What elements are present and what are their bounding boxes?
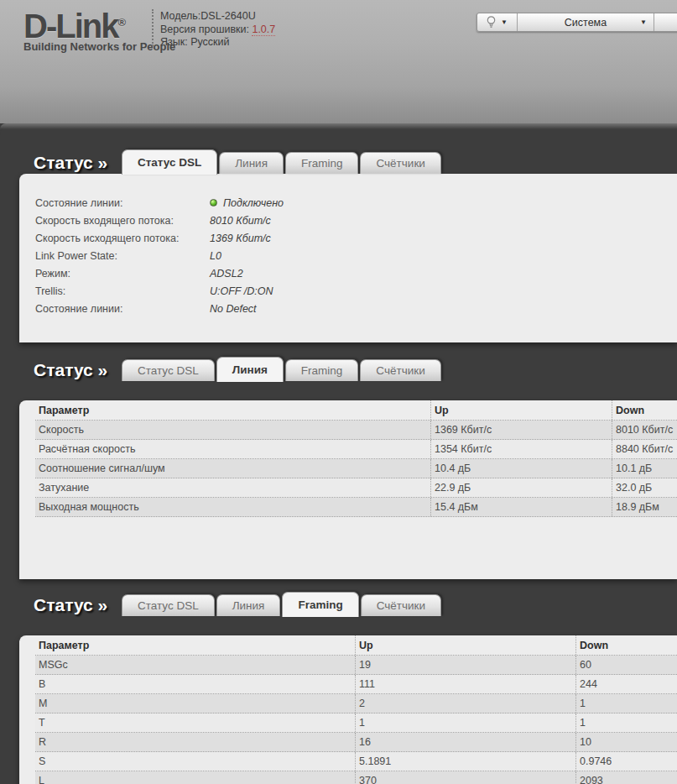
chevron-down-icon: ▼ [640,19,647,26]
tab-status-dsl[interactable]: Статус DSL [122,594,215,616]
language-value: Русский [190,36,229,48]
firmware-version-link[interactable]: 1.0.7 [252,24,275,36]
status-label: Скорость исходящего потока: [35,233,210,244]
tab-counters[interactable]: Счётчики [360,359,440,381]
content-area: Статус » Статус DSLЛинияFramingСчётчики … [0,123,677,784]
table-cell: Выходная мощность [35,498,430,516]
system-menu-label: Система [565,17,607,29]
table-cell: 1 [575,694,677,713]
tab-bar: Статус DSLЛинияFramingСчётчики [122,149,443,174]
table-cell: 8840 Кбит/с [612,440,677,458]
lightbulb-icon [487,16,496,29]
table-cell: R [35,733,355,751]
status-label: Скорость входящего потока: [35,215,210,227]
status-row: Скорость входящего потока:8010 Кбит/с [35,212,677,229]
status-label: Состояние линии: [35,303,210,315]
table-header-row: ПараметрUpDown [35,400,677,421]
tab-status-dsl[interactable]: Статус DSL [122,149,217,175]
table-cell: 15.4 дБм [430,498,612,516]
table-header-row: ПараметрUpDown [35,635,677,656]
status-value: 1369 Кбит/с [210,233,271,244]
hint-dropdown-button[interactable]: ▼ [477,13,517,31]
device-model: Модель:DSL-2640U [160,10,275,24]
registered-mark: ® [117,16,126,29]
status-label: Trellis: [35,285,210,297]
status-row: Состояние линии:No Defect [35,300,677,317]
table-row: Затухание22.9 дБ32.0 дБ [35,478,677,498]
table-cell: T [35,713,355,732]
status-dsl-panel: Состояние линии:ПодключеноСкорость входя… [19,174,677,342]
column-header: Up [355,635,575,655]
language-label: Язык: [160,36,190,48]
status-value: No Defect [210,303,257,315]
table-row: L3702093 [35,771,677,784]
status-value: 8010 Кбит/с [210,215,271,227]
table-cell: 8010 Кбит/с [612,421,677,439]
framing-table: ПараметрUpDownMSGc1960B111244M21T11R1610… [35,635,677,784]
table-row: R1610 [35,733,677,752]
tab-bar: Статус DSLЛинияFramingСчётчики [122,357,443,381]
tab-counters[interactable]: Счётчики [360,152,440,174]
table-cell: 370 [355,771,575,784]
table-cell: 22.9 дБ [430,478,612,497]
table-cell: Скорость [35,421,430,439]
tab-line[interactable]: Линия [216,357,284,382]
tab-line[interactable]: Линия [216,594,281,616]
status-row: Состояние линии:Подключено [35,194,677,212]
table-cell: MSGc [35,656,355,674]
section-status-dsl: Статус » Статус DSLЛинияFramingСчётчики … [0,151,677,342]
page-title: Статус » [34,595,107,615]
table-cell: 19 [355,656,575,674]
system-menu-button[interactable]: Система ▼ [517,13,654,31]
status-value: ADSL2 [210,268,243,280]
table-cell: 60 [575,656,677,674]
table-cell: 0.9746 [575,752,677,771]
table-row: B111244 [35,675,677,694]
tab-status-dsl[interactable]: Статус DSL [122,359,215,381]
table-cell: M [35,694,355,713]
tab-line[interactable]: Линия [219,152,284,174]
table-row: S5.18910.9746 [35,752,677,771]
table-cell: 1354 Кбит/с [430,440,612,458]
section-heading-row: Статус » Статус DSLЛинияFramingСчётчики [0,358,677,381]
tab-framing[interactable]: Framing [285,152,359,174]
status-kv-list: Состояние линии:ПодключеноСкорость входя… [35,194,677,317]
status-row: Режим:ADSL2 [35,264,677,282]
table-cell: B [35,675,355,693]
status-label: Режим: [35,268,210,280]
table-cell: Соотношение сигнал/шум [35,459,430,478]
tab-framing[interactable]: Framing [282,592,358,617]
status-value: U:OFF /D:ON [210,285,273,297]
table-row: Выходная мощность15.4 дБм18.9 дБм [35,498,677,517]
site-header: D-Link® Building Networks for People Мод… [0,0,677,123]
table-cell: S [35,752,355,771]
table-cell: 111 [355,675,575,693]
table-cell: 10 [575,733,677,751]
table-cell: 18.9 дБм [612,498,677,516]
logo-brand-text: D-Link [23,8,117,44]
section-heading-row: Статус » Статус DSLЛинияFramingСчётчики [0,151,677,174]
column-header: Down [612,400,677,420]
table-row: MSGc1960 [35,656,677,675]
device-language: Язык: Русский [160,36,275,50]
table-cell: Расчётная скорость [35,440,430,458]
table-row: Расчётная скорость1354 Кбит/с8840 Кбит/с [35,440,677,459]
chevron-down-icon: ▼ [501,19,508,26]
table-cell: 32.0 дБ [612,478,677,497]
tab-bar: Статус DSLЛинияFramingСчётчики [122,592,443,616]
toolbar-segment-cut[interactable] [654,13,677,31]
page-title: Статус » [34,153,107,173]
tab-framing[interactable]: Framing [285,359,359,381]
line-table: ПараметрUpDownСкорость1369 Кбит/с8010 Кб… [35,400,677,517]
section-framing: Статус » Статус DSLЛинияFramingСчётчики … [0,593,677,784]
column-header: Up [430,400,612,420]
status-row: Скорость исходящего потока:1369 Кбит/с [35,229,677,247]
table-cell: 10.4 дБ [430,459,612,478]
firmware-label: Версия прошивки: [160,24,252,35]
table-cell: Затухание [35,478,430,497]
link-status-led-icon [210,199,217,206]
table-cell: 2 [355,694,575,713]
section-line: Статус » Статус DSLЛинияFramingСчётчики … [0,358,677,579]
model-label: Модель: [160,10,200,22]
tab-counters[interactable]: Счётчики [361,594,441,616]
